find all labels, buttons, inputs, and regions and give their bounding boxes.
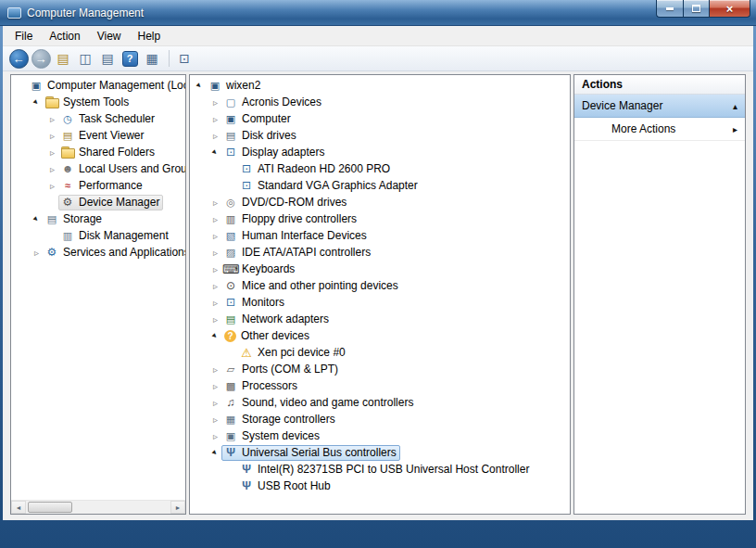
back-arrow-button[interactable] (8, 48, 29, 69)
tree-item-computer[interactable]: Computer (190, 110, 570, 127)
tree-item-sound-video-and-game-controllers[interactable]: Sound, video and game controllers (190, 394, 570, 411)
tree-item-other-devices[interactable]: Other devices (190, 327, 570, 344)
list-view-button[interactable] (97, 48, 118, 69)
tree-item-ide-ata-atapi-controllers[interactable]: IDE ATA/ATAPI controllers (190, 244, 570, 261)
export-list-button[interactable] (53, 48, 73, 69)
tree-item-content: USB Root Hub (237, 478, 334, 494)
expand-arrow-icon[interactable] (31, 248, 43, 258)
close-button[interactable]: × (709, 0, 750, 18)
scroll-left-button[interactable]: ◄ (11, 501, 26, 514)
expand-arrow-icon[interactable] (209, 97, 221, 108)
expand-arrow-icon[interactable] (209, 248, 221, 258)
tree-item-monitors[interactable]: Monitors (190, 294, 570, 311)
tree-item-display-adapters[interactable]: Display adapters (190, 144, 570, 160)
tree-item-floppy-drive-controllers[interactable]: Floppy drive controllers (190, 210, 570, 227)
tree-item-universal-serial-bus-controllers[interactable]: Universal Serial Bus controllers (190, 444, 570, 461)
more-actions-item[interactable]: More Actions ▸ (574, 118, 745, 141)
scroll-right-button[interactable]: ► (170, 501, 185, 514)
expand-arrow-icon[interactable] (46, 131, 58, 141)
menu-help[interactable]: Help (130, 28, 170, 45)
maximize-icon (692, 5, 700, 12)
expand-arrow-icon[interactable] (209, 298, 221, 308)
tree-item-storage-controllers[interactable]: Storage controllers (190, 411, 570, 427)
expand-arrow-icon[interactable] (209, 264, 221, 274)
scrollbar-thumb[interactable] (28, 502, 72, 513)
expand-arrow-icon[interactable] (46, 181, 58, 191)
tree-item-task-scheduler[interactable]: Task Scheduler (11, 110, 185, 127)
tree-item-usb-root-hub[interactable]: USB Root Hub (190, 478, 570, 494)
tree-item-label: Ports (COM & LPT) (242, 363, 338, 376)
expand-arrow-icon[interactable] (209, 314, 221, 325)
expand-arrow-icon[interactable] (209, 114, 221, 124)
table-view-icon (145, 51, 158, 66)
expand-arrow-icon[interactable] (209, 198, 221, 208)
menu-file[interactable]: File (6, 28, 41, 45)
expand-arrow-icon[interactable] (46, 114, 58, 124)
tree-item-intel-r-82371sb-pci-to-usb-universal-host-controller[interactable]: Intel(R) 82371SB PCI to USB Universal Ho… (190, 461, 570, 478)
tree-item-computer-management-local[interactable]: Computer Management (Local (11, 77, 185, 94)
tree-item-system-devices[interactable]: System devices (190, 427, 570, 444)
scrollbar-track[interactable] (26, 501, 170, 514)
maximize-button[interactable] (683, 0, 709, 18)
expand-arrow-icon[interactable] (209, 214, 221, 224)
console-window-button[interactable] (75, 48, 95, 69)
forward-arrow-button[interactable] (31, 48, 51, 69)
tree-item-storage[interactable]: Storage (11, 210, 185, 227)
tree-item-mice-and-other-pointing-devices[interactable]: Mice and other pointing devices (190, 277, 570, 294)
expand-arrow-icon[interactable] (209, 398, 221, 408)
collapse-section-icon[interactable]: ▴ (733, 101, 737, 111)
tree-item-dvd-cd-rom-drives[interactable]: DVD/CD-ROM drives (190, 194, 570, 210)
tree-item-shared-folders[interactable]: Shared Folders (11, 144, 185, 160)
expand-arrow-icon[interactable] (46, 147, 58, 158)
tree-item-content: Processors (221, 378, 301, 394)
tree-item-device-manager[interactable]: Device Manager (11, 194, 185, 210)
help-button[interactable] (120, 48, 140, 69)
tree-item-wixen2[interactable]: wixen2 (190, 77, 570, 94)
minimize-button[interactable] (656, 0, 683, 18)
tree-item-services-and-applications[interactable]: Services and Applications (11, 244, 185, 261)
tree-item-content: Storage (43, 211, 106, 227)
tree-item-processors[interactable]: Processors (190, 377, 570, 394)
collapse-arrow-icon[interactable] (31, 97, 43, 107)
tree-item-content: Xen pci device #0 (237, 345, 349, 361)
menu-action[interactable]: Action (41, 28, 88, 45)
tree-item-disk-management[interactable]: Disk Management (11, 227, 185, 244)
actions-device-manager-section[interactable]: Device Manager ▴ (574, 95, 745, 118)
tree-item-content: System Tools (43, 95, 132, 110)
collapse-arrow-icon[interactable] (31, 214, 43, 223)
expand-arrow-icon[interactable] (46, 164, 58, 174)
more-actions-submenu-icon: ▸ (733, 124, 737, 134)
tree-item-system-tools[interactable]: System Tools (11, 94, 185, 110)
tree-item-performance[interactable]: Performance (11, 177, 185, 194)
tree-item-network-adapters[interactable]: Network adapters (190, 311, 570, 327)
tree-item-keyboards[interactable]: Keyboards (190, 261, 570, 277)
tree-item-local-users-and-groups[interactable]: Local Users and Groups (11, 160, 185, 177)
expand-arrow-icon[interactable] (209, 231, 221, 241)
tree-item-content: Services and Applications (43, 245, 185, 261)
expand-arrow-icon[interactable] (209, 381, 221, 391)
collapse-arrow-icon[interactable] (209, 147, 221, 157)
expand-arrow-icon[interactable] (209, 414, 221, 425)
collapse-arrow-icon[interactable] (209, 331, 221, 340)
disk-icon (60, 229, 75, 243)
tree-item-ports-com-lpt[interactable]: Ports (COM & LPT) (190, 361, 570, 377)
tree-item-event-viewer[interactable]: Event Viewer (11, 127, 185, 144)
expand-arrow-icon[interactable] (209, 364, 221, 375)
tree-item-standard-vga-graphics-adapter[interactable]: Standard VGA Graphics Adapter (190, 177, 570, 194)
expand-arrow-icon[interactable] (209, 131, 221, 141)
collapse-arrow-icon[interactable] (209, 448, 221, 457)
tree-item-disk-drives[interactable]: Disk drives (190, 127, 570, 144)
tree-item-ati-radeon-hd-2600-pro[interactable]: ATI Radeon HD 2600 PRO (190, 160, 570, 177)
collapse-arrow-icon[interactable] (194, 81, 206, 90)
expand-arrow-icon[interactable] (209, 431, 221, 441)
expand-arrow-icon[interactable] (209, 281, 221, 291)
device-scan-button[interactable] (174, 48, 195, 69)
tree-item-xen-pci-device-0[interactable]: Xen pci device #0 (190, 344, 570, 361)
tree-item-content: Computer Management (Local (27, 78, 185, 94)
horizontal-scrollbar[interactable]: ◄ ► (11, 500, 185, 514)
tree-item-content: Other devices (221, 328, 313, 344)
menu-view[interactable]: View (89, 28, 130, 45)
table-view-button[interactable] (142, 48, 162, 69)
tree-item-human-interface-devices[interactable]: Human Interface Devices (190, 227, 570, 244)
tree-item-acronis-devices[interactable]: Acronis Devices (190, 94, 570, 110)
